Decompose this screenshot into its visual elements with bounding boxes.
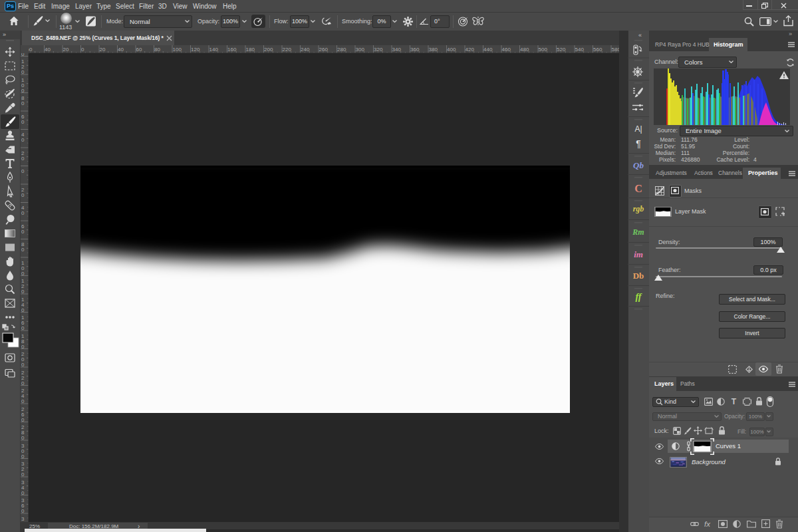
svg-text:40: 40 bbox=[45, 47, 51, 53]
svg-text:100: 100 bbox=[173, 47, 182, 53]
svg-text:0: 0 bbox=[21, 156, 25, 162]
svg-text:480: 480 bbox=[520, 47, 529, 53]
svg-text:280: 280 bbox=[337, 47, 346, 53]
svg-text:60: 60 bbox=[136, 47, 142, 53]
svg-text:0: 0 bbox=[21, 210, 25, 216]
svg-text:0: 0 bbox=[21, 168, 25, 174]
svg-text:240: 240 bbox=[301, 47, 310, 53]
svg-text:A|: A| bbox=[634, 124, 642, 134]
svg-text:260: 260 bbox=[319, 47, 329, 53]
svg-text:180: 180 bbox=[246, 47, 255, 53]
svg-text:«: « bbox=[638, 32, 642, 39]
svg-text:80: 80 bbox=[154, 47, 160, 53]
svg-text:420: 420 bbox=[466, 47, 475, 53]
svg-text:460: 460 bbox=[502, 47, 511, 53]
svg-text:360: 360 bbox=[410, 47, 420, 53]
svg-text:0: 0 bbox=[21, 247, 25, 253]
svg-text:Rm: Rm bbox=[632, 227, 644, 237]
svg-text:0: 0 bbox=[21, 119, 25, 125]
svg-text:560: 560 bbox=[593, 47, 602, 53]
svg-text:40: 40 bbox=[118, 47, 124, 53]
svg-text:220: 220 bbox=[283, 47, 292, 53]
svg-text:0: 0 bbox=[81, 47, 84, 53]
svg-text:500: 500 bbox=[539, 47, 548, 53]
svg-text:0: 0 bbox=[21, 229, 25, 235]
svg-text:340: 340 bbox=[392, 47, 402, 53]
svg-text:20: 20 bbox=[63, 47, 69, 53]
svg-text:440: 440 bbox=[483, 47, 493, 53]
svg-text:540: 540 bbox=[575, 47, 585, 53]
svg-text:300: 300 bbox=[356, 47, 365, 53]
svg-text:Db: Db bbox=[633, 271, 644, 281]
svg-text:20: 20 bbox=[100, 47, 106, 53]
svg-text:im: im bbox=[634, 249, 643, 259]
svg-text:160: 160 bbox=[227, 47, 237, 53]
svg-text:120: 120 bbox=[191, 47, 200, 53]
svg-text:0: 0 bbox=[21, 100, 25, 106]
svg-text:0: 0 bbox=[21, 137, 25, 143]
svg-text:320: 320 bbox=[374, 47, 383, 53]
svg-text:400: 400 bbox=[447, 47, 456, 53]
svg-text:C: C bbox=[634, 183, 642, 194]
svg-text:140: 140 bbox=[209, 47, 219, 53]
svg-text:200: 200 bbox=[264, 47, 273, 53]
svg-text:60: 60 bbox=[29, 47, 33, 53]
svg-text:rgb: rgb bbox=[633, 204, 644, 213]
svg-text:380: 380 bbox=[429, 47, 438, 53]
svg-text:520: 520 bbox=[557, 47, 566, 53]
svg-text:0: 0 bbox=[21, 192, 25, 198]
svg-text:ff: ff bbox=[635, 292, 642, 302]
